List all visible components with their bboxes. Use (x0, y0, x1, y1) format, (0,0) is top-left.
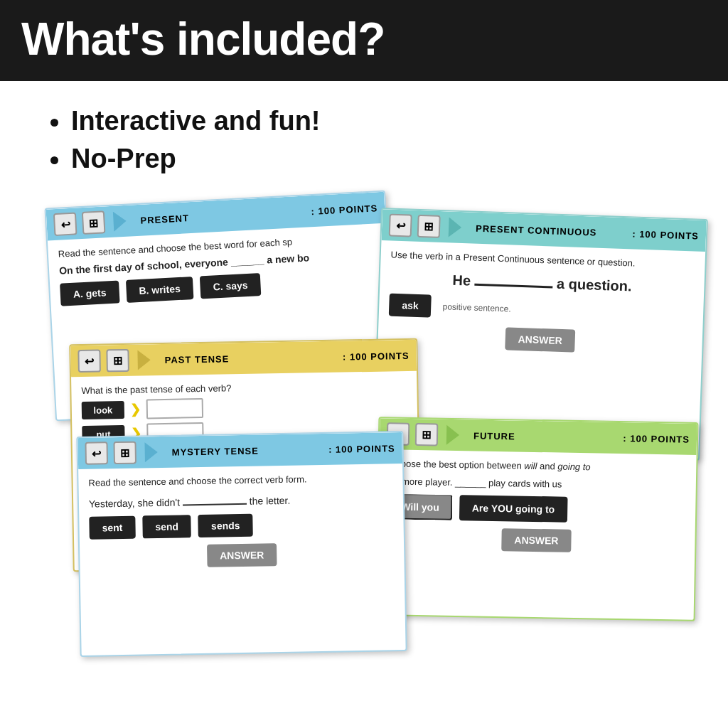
calc-btn-past[interactable]: ⊞ (106, 349, 129, 373)
pres-cont-pos-label: positive sentence. (442, 302, 510, 314)
calc-btn-mystery[interactable]: ⊞ (113, 441, 136, 465)
slide-future: ↩ ⊞ FUTURE : 100 POINTS Choose the best … (375, 417, 699, 621)
slide-present-title: PRESENT (132, 203, 306, 229)
slide-past-title: PAST TENSE (156, 349, 337, 368)
slide-mystery-points: : 100 POINTS (328, 443, 395, 455)
future-instruction: Choose the best option between will and … (389, 459, 686, 474)
calc-btn-present[interactable]: ⊞ (82, 211, 106, 235)
pres-cont-sentence: He a question. (390, 270, 695, 297)
back-btn-pres-cont[interactable]: ↩ (389, 214, 412, 237)
slide-future-title: FUTURE (465, 427, 618, 446)
verb-look: look (82, 401, 124, 419)
verb-blank-look[interactable] (146, 398, 203, 419)
future-answer-btn[interactable]: ANSWER (501, 529, 572, 553)
mystery-sentence: Yesterday, she didn't the letter. (89, 493, 393, 510)
slide-mystery-body: Read the sentence and choose the correct… (78, 464, 405, 578)
mystery-answer-row: ANSWER (90, 542, 394, 569)
past-instruction: What is the past tense of each verb? (81, 380, 407, 396)
slide-future-body: Choose the best option between will and … (378, 449, 697, 563)
back-btn-mystery[interactable]: ↩ (85, 442, 108, 466)
main-content: Interactive and fun! No-Prep ↩ ⊞ PRESENT… (0, 81, 728, 654)
slide-present-points: : 100 POINTS (311, 203, 378, 217)
pres-cont-answer-btn[interactable]: ANSWER (505, 328, 575, 353)
slide-past-points: : 100 POINTS (343, 350, 410, 363)
mystery-opt-send[interactable]: send (142, 515, 191, 539)
feature-list: Interactive and fun! No-Prep (28, 102, 700, 178)
slide-mystery-tense: ↩ ⊞ MYSTERY TENSE : 100 POINTS Read the … (76, 431, 407, 657)
present-option-c[interactable]: C. says (200, 273, 262, 299)
verb-row-look: look ❯ (82, 395, 407, 420)
feature-item-1: Interactive and fun! (71, 102, 700, 140)
slides-preview-area: ↩ ⊞ PRESENT : 100 POINTS Read the senten… (28, 199, 711, 640)
pres-cont-verb-row: ask positive sentence. (389, 294, 694, 327)
present-option-a[interactable]: A. gets (60, 281, 119, 306)
slide-pres-cont-points: : 100 POINTS (632, 228, 699, 241)
mystery-answer-btn[interactable]: ANSWER (207, 544, 277, 568)
slide-mystery-title: MYSTERY TENSE (164, 441, 323, 461)
calc-btn-pres-cont[interactable]: ⊞ (417, 215, 441, 238)
future-partial-sentence: he more player. ______ play cards with u… (389, 476, 686, 492)
mystery-opt-sent[interactable]: sent (89, 516, 135, 540)
pres-cont-instruction: Use the verb in a Present Continuous sen… (391, 250, 695, 271)
back-btn-present[interactable]: ↩ (53, 213, 77, 237)
verb-arrow-1: ❯ (130, 402, 141, 417)
pres-cont-verb-btn[interactable]: ask (389, 294, 432, 318)
mystery-options: sent send sends (89, 512, 393, 540)
page-header: What's included? (0, 0, 728, 81)
future-options: Will you Are you going to (388, 494, 686, 525)
slide-pres-cont-title: PRESENT CONTINUOUS (467, 220, 627, 242)
future-answer-row: ANSWER (387, 527, 685, 555)
mystery-opt-sends[interactable]: sends (198, 514, 253, 537)
slide-pres-cont-body: Use the verb in a Present Continuous sen… (378, 240, 705, 365)
feature-item-2: No-Prep (71, 140, 700, 178)
page-title: What's included? (21, 13, 707, 65)
pres-cont-answer-row: ANSWER (387, 323, 692, 357)
back-btn-past[interactable]: ↩ (77, 350, 101, 373)
slide-future-points: : 100 POINTS (623, 433, 690, 445)
mystery-instruction: Read the sentence and choose the correct… (88, 473, 392, 488)
present-option-b[interactable]: B. writes (126, 277, 194, 303)
future-going-to-btn[interactable]: Are you going to (459, 495, 567, 523)
calc-btn-future[interactable]: ⊞ (415, 423, 439, 446)
